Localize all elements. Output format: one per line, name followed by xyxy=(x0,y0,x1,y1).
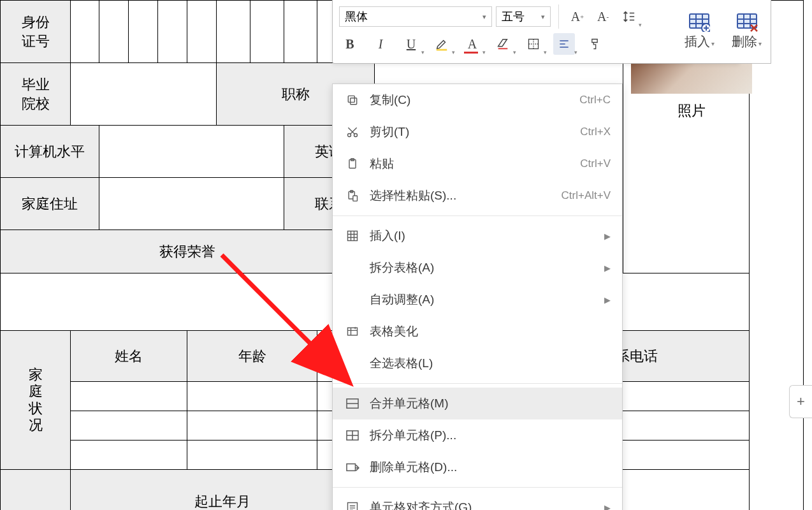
menu-insert[interactable]: 插入(I) ▶ xyxy=(333,220,622,252)
label-name: 姓名 xyxy=(71,331,187,382)
menu-paste-special[interactable]: 选择性粘贴(S)... Ctrl+Alt+V xyxy=(333,180,622,212)
side-expand-button[interactable]: + xyxy=(789,385,812,418)
label-family-status: 家 庭 状 况 xyxy=(1,331,71,470)
font-size-value: 五号 xyxy=(502,9,525,24)
menu-copy[interactable]: 复制(C) Ctrl+C xyxy=(333,84,622,116)
align-button[interactable]: ▾ xyxy=(553,33,575,55)
cut-icon xyxy=(344,124,361,140)
menu-beautify[interactable]: 表格美化 xyxy=(333,316,622,347)
border-button[interactable]: ▾ xyxy=(523,33,544,55)
svg-rect-18 xyxy=(348,503,358,511)
menu-split-table[interactable]: 拆分表格(A) ▶ xyxy=(333,252,622,284)
label-home-address: 家庭住址 xyxy=(1,178,99,230)
paste-icon xyxy=(344,156,361,172)
font-name-combo[interactable]: 黑体 ▾ xyxy=(339,6,492,27)
menu-split-cells[interactable]: 拆分单元格(P)... xyxy=(333,419,622,451)
increase-font-button[interactable]: A+ xyxy=(567,6,588,27)
submenu-arrow-icon: ▶ xyxy=(604,503,611,511)
format-painter-button[interactable] xyxy=(584,33,605,55)
insert-table-button[interactable]: 插入▾ xyxy=(681,6,718,57)
context-menu: 复制(C) Ctrl+C 剪切(T) Ctrl+X 粘贴 Ctrl+V 选择性粘… xyxy=(332,84,623,510)
label-age: 年龄 xyxy=(187,331,317,382)
svg-rect-14 xyxy=(348,328,358,335)
svg-rect-3 xyxy=(737,14,757,28)
underline-button[interactable]: U▾ xyxy=(400,33,422,55)
label-honors: 获得荣誉 xyxy=(1,230,375,273)
font-color-button[interactable]: A ▾ xyxy=(461,33,483,55)
caret-icon: ▾ xyxy=(482,13,486,21)
svg-rect-17 xyxy=(347,464,356,471)
delete-cells-icon xyxy=(344,459,361,476)
delete-table-button[interactable]: 删除▾ xyxy=(729,6,765,57)
menu-cut[interactable]: 剪切(T) Ctrl+X xyxy=(333,116,622,148)
split-cells-icon xyxy=(344,427,361,444)
align-icon xyxy=(344,499,361,510)
bold-button[interactable]: B xyxy=(339,33,361,55)
submenu-arrow-icon: ▶ xyxy=(604,231,611,241)
menu-select-all[interactable]: 全选表格(L) xyxy=(333,347,622,379)
svg-rect-13 xyxy=(348,231,358,241)
caret-icon: ▾ xyxy=(541,13,545,21)
svg-rect-4 xyxy=(351,98,357,105)
menu-cell-align[interactable]: 单元格对齐方式(G) ▶ xyxy=(333,492,622,510)
photo-caption: 照片 xyxy=(631,94,752,128)
font-name-value: 黑体 xyxy=(345,9,368,24)
menu-auto-fit[interactable]: 自动调整(A) ▶ xyxy=(333,284,622,316)
label-computer-level: 计算机水平 xyxy=(1,126,99,178)
copy-icon xyxy=(344,92,361,108)
font-size-combo[interactable]: 五号 ▾ xyxy=(496,6,551,27)
merge-cells-icon xyxy=(344,395,361,412)
decrease-font-button[interactable]: A- xyxy=(592,6,614,27)
beautify-icon xyxy=(344,323,361,340)
label-years: 起止年月 xyxy=(71,470,375,511)
paste-special-icon xyxy=(344,187,361,204)
label-grad-school: 毕业院校 xyxy=(1,63,71,126)
label-id-number: 身份证号 xyxy=(1,1,71,63)
italic-button[interactable]: I xyxy=(370,33,391,55)
menu-merge-cells[interactable]: 合并单元格(M) xyxy=(333,388,622,419)
submenu-arrow-icon: ▶ xyxy=(604,263,611,273)
table-toolbar-right: 插入▾ 删除▾ xyxy=(676,0,771,64)
submenu-arrow-icon: ▶ xyxy=(604,295,611,305)
clear-format-button[interactable]: ▾ xyxy=(492,33,514,55)
svg-rect-5 xyxy=(348,96,354,102)
menu-delete-cells[interactable]: 删除单元格(D)... xyxy=(333,451,622,483)
highlight-button[interactable]: ▾ xyxy=(431,33,453,55)
line-spacing-button[interactable]: ▾ xyxy=(618,6,639,27)
insert-icon xyxy=(344,228,361,244)
menu-paste[interactable]: 粘贴 Ctrl+V xyxy=(333,148,622,180)
svg-rect-12 xyxy=(353,196,358,201)
